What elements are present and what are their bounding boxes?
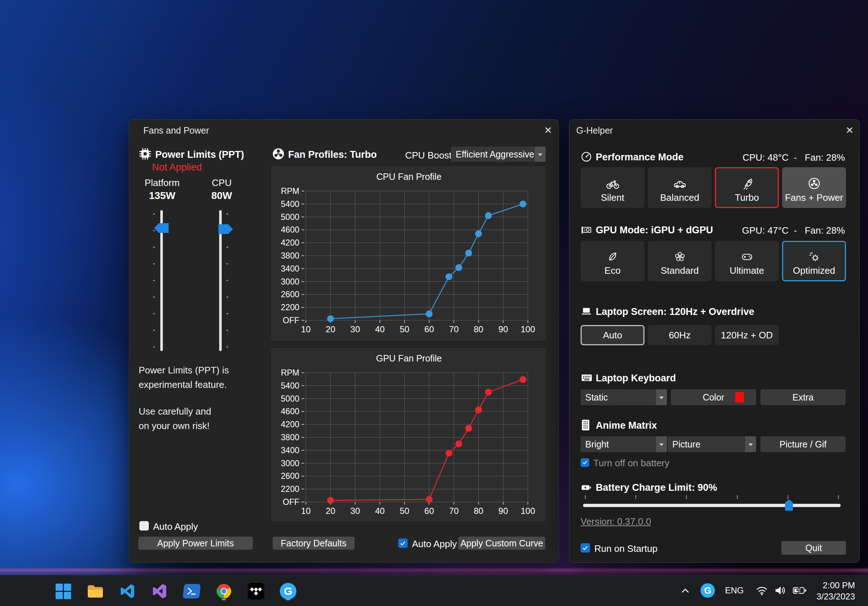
svg-text:3000: 3000 xyxy=(281,277,299,287)
gpu-optimized-button[interactable]: Optimized xyxy=(782,241,846,281)
version-link[interactable]: Version: 0.37.0.0 xyxy=(581,516,651,527)
dropdown-arrow-icon[interactable] xyxy=(535,147,546,162)
tray-chevron-button[interactable] xyxy=(678,583,693,598)
svg-text:OFF: OFF xyxy=(283,497,299,507)
svg-text:CPU Fan Profile: CPU Fan Profile xyxy=(376,172,442,182)
anime-mode-dropdown[interactable]: Picture xyxy=(668,436,756,452)
gpu-fan-chart[interactable]: GPU Fan Profile102030405060708090100RPM5… xyxy=(271,348,546,521)
cpu-limit-value: 80W xyxy=(200,190,243,201)
svg-text:100: 100 xyxy=(521,506,535,516)
fans-and-power-window: Fans and Power ✕ Power Limits (PPT) Not … xyxy=(129,119,559,563)
gamepad-icon xyxy=(741,251,753,263)
battery-limit-slider[interactable] xyxy=(583,495,840,512)
clock[interactable]: 2:00 PM 3/23/2023 xyxy=(816,580,855,602)
tray-g-helper-button[interactable]: G xyxy=(700,583,716,598)
ppt-note-line1: Power Limits (PPT) is xyxy=(139,365,229,376)
gpu-standard-button[interactable]: Standard xyxy=(648,241,711,281)
close-icon[interactable]: ✕ xyxy=(542,124,554,136)
ppt-note-line2: experimental feature. xyxy=(139,379,227,391)
svg-text:4600: 4600 xyxy=(281,407,299,416)
curve-auto-apply-checkbox[interactable] xyxy=(398,538,408,548)
tray-battery-button[interactable] xyxy=(791,583,809,598)
svg-text:3000: 3000 xyxy=(281,459,299,468)
visual-studio-button[interactable] xyxy=(149,581,170,601)
cpu-temp-fan-status: CPU: 48°C - Fan: 28% xyxy=(743,152,845,163)
factory-defaults-button[interactable]: Factory Defaults xyxy=(273,537,355,550)
screen-120hz-od-button[interactable]: 120Hz + OD xyxy=(715,325,779,345)
mode-balanced-button[interactable]: Balanced xyxy=(648,167,711,208)
svg-text:OFF: OFF xyxy=(283,316,299,325)
svg-text:20: 20 xyxy=(326,324,335,334)
tray-language-button[interactable]: ENG xyxy=(724,583,745,598)
svg-text:60: 60 xyxy=(424,324,434,334)
anime-battery-checkbox[interactable] xyxy=(581,458,589,467)
svg-text:2600: 2600 xyxy=(281,471,299,481)
fan-profiles-header: Fan Profiles: Turbo xyxy=(288,149,377,160)
laptop-screen-icon xyxy=(581,306,592,318)
keyboard-extra-button[interactable]: Extra xyxy=(760,389,846,405)
powershell-button[interactable] xyxy=(181,581,202,601)
battery-slider-ticks xyxy=(585,495,839,499)
mode-silent-button[interactable]: Silent xyxy=(581,167,645,208)
dropdown-arrow-icon[interactable] xyxy=(745,436,756,452)
vscode-button[interactable] xyxy=(117,581,138,601)
g-helper-taskbar-button[interactable]: G xyxy=(278,581,298,601)
screen-auto-button[interactable]: Auto xyxy=(581,325,645,345)
power-auto-apply-label: Auto Apply xyxy=(153,521,198,532)
cpu-slider-handle[interactable] xyxy=(219,224,233,234)
taskbar: G G ENG xyxy=(0,575,868,606)
cpu-boost-value: Efficient Aggressive xyxy=(456,149,535,160)
battery-slider-handle[interactable] xyxy=(785,499,793,511)
cpu-boost-dropdown[interactable]: Efficient Aggressive xyxy=(451,147,546,162)
running-indicator xyxy=(222,599,226,600)
power-auto-apply-checkbox[interactable] xyxy=(140,521,149,530)
gpu-ultimate-button[interactable]: Ultimate xyxy=(715,241,779,281)
file-explorer-button[interactable] xyxy=(85,581,105,601)
run-on-startup-checkbox[interactable] xyxy=(581,543,590,553)
car-icon xyxy=(673,177,687,190)
keyboard-color-button[interactable]: Color xyxy=(671,389,756,405)
tray-wifi-button[interactable] xyxy=(754,583,770,598)
tidal-button[interactable] xyxy=(246,581,266,601)
fans-window-title: Fans and Power xyxy=(143,125,209,136)
apply-power-limits-button[interactable]: Apply Power Limits xyxy=(138,537,253,550)
platform-slider-handle[interactable] xyxy=(154,223,169,233)
windows-start-icon xyxy=(56,584,71,599)
quit-button[interactable]: Quit xyxy=(781,541,846,555)
anime-brightness-dropdown[interactable]: Bright xyxy=(581,436,667,452)
screen-60hz-button[interactable]: 60Hz xyxy=(648,325,711,345)
svg-text:30: 30 xyxy=(350,324,360,334)
chrome-button[interactable] xyxy=(214,581,234,601)
svg-text:100: 100 xyxy=(521,324,535,334)
fan-icon xyxy=(272,147,285,160)
svg-text:5400: 5400 xyxy=(281,381,299,391)
battery-slider-track[interactable] xyxy=(583,504,840,507)
svg-text:10: 10 xyxy=(301,324,311,334)
platform-limit-value: 135W xyxy=(139,190,186,201)
mode-fans-power-button[interactable]: Fans + Power xyxy=(782,167,846,208)
tray-time: 2:00 PM xyxy=(816,580,855,591)
start-button[interactable] xyxy=(53,581,73,601)
mode-turbo-button[interactable]: Turbo xyxy=(715,167,779,208)
svg-text:RPM: RPM xyxy=(281,186,299,196)
keyboard-mode-dropdown[interactable]: Static xyxy=(581,389,667,405)
ghelper-titlebar[interactable]: G-Helper ✕ xyxy=(569,119,859,141)
visual-studio-icon xyxy=(151,583,168,599)
svg-text:80: 80 xyxy=(474,324,484,334)
dropdown-arrow-icon[interactable] xyxy=(656,436,667,452)
gpu-eco-button[interactable]: Eco xyxy=(581,241,645,281)
keyboard-mode-value: Static xyxy=(585,392,608,403)
svg-text:3800: 3800 xyxy=(281,251,299,260)
cpu-fan-chart[interactable]: CPU Fan Profile102030405060708090100RPM5… xyxy=(271,166,546,340)
apply-custom-curve-button[interactable]: Apply Custom Curve xyxy=(458,537,545,550)
svg-text:4200: 4200 xyxy=(281,420,299,429)
tray-volume-button[interactable] xyxy=(772,583,789,598)
fans-window-titlebar[interactable]: Fans and Power ✕ xyxy=(129,119,559,141)
laptop-screen-header: Laptop Screen: 120Hz + Overdrive xyxy=(596,306,754,318)
ppt-note-line3: Use carefully and xyxy=(139,406,211,417)
anime-picture-gif-button[interactable]: Picture / Gif xyxy=(760,436,846,452)
dropdown-arrow-icon[interactable] xyxy=(656,389,667,405)
speaker-icon xyxy=(774,585,786,596)
close-icon[interactable]: ✕ xyxy=(843,124,856,136)
ppt-note-line4: on your own risk! xyxy=(139,420,210,432)
